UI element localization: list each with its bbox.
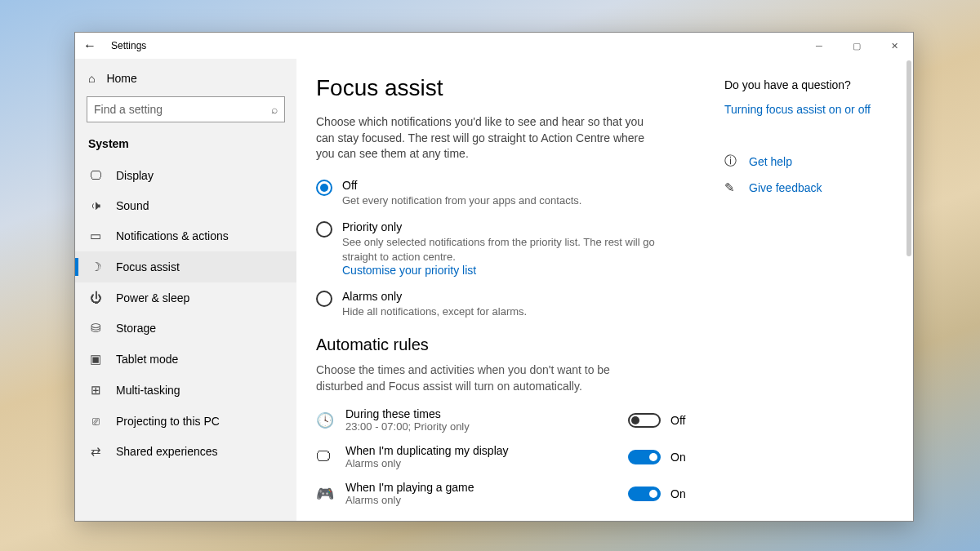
power-icon: ⏻ [88, 291, 103, 304]
rule-title: During these times [345, 407, 628, 420]
sidebar-item-label: Multi-tasking [116, 384, 180, 397]
rule-subtext: Alarms only [345, 494, 628, 506]
home-nav[interactable]: ⌂ Home [75, 65, 296, 93]
main-content: Focus assist Choose which notifications … [316, 75, 692, 521]
home-icon: ⌂ [88, 72, 95, 85]
rule-duplicating-display[interactable]: 🖵 When I'm duplicating my display Alarms… [316, 444, 692, 469]
sidebar-item-label: Projecting to this PC [116, 415, 220, 428]
toggle-playing-game[interactable] [628, 487, 661, 501]
home-label: Home [106, 72, 136, 85]
storage-icon: ⛁ [88, 321, 103, 335]
rule-title: When I'm duplicating my display [345, 444, 628, 457]
sidebar-item-multi-tasking[interactable]: ⊞ Multi-tasking [75, 375, 296, 406]
tablet-icon: ▣ [88, 352, 103, 367]
radio-subtext: Hide all notifications, except for alarm… [342, 304, 527, 319]
radio-alarms-only[interactable]: Alarms only Hide all notifications, exce… [316, 290, 692, 319]
radio-button-icon [316, 221, 332, 238]
sidebar-item-projecting[interactable]: ⎚ Projecting to this PC [75, 406, 296, 436]
rule-during-times[interactable]: 🕓 During these times 23:00 - 07:00; Prio… [316, 407, 692, 433]
radio-label: Alarms only [342, 290, 527, 303]
sidebar-item-label: Display [116, 169, 154, 182]
focus-assist-icon: ☽ [88, 260, 103, 274]
rules-heading: Automatic rules [316, 335, 692, 354]
sidebar-item-label: Notifications & actions [116, 229, 229, 242]
rules-description: Choose the times and activities when you… [316, 362, 643, 394]
toggle-state: On [670, 487, 692, 500]
sidebar-item-tablet-mode[interactable]: ▣ Tablet mode [75, 344, 296, 375]
scrollbar[interactable] [900, 59, 913, 521]
toggle-duplicating-display[interactable] [628, 450, 661, 464]
sidebar-item-display[interactable]: 🖵 Display [75, 160, 296, 190]
search-icon: ⌕ [271, 103, 278, 116]
multitasking-icon: ⊞ [88, 383, 103, 398]
rule-playing-game[interactable]: 🎮 When I'm playing a game Alarms only On [316, 481, 692, 506]
rule-subtext: Alarms only [345, 457, 628, 469]
notifications-icon: ▭ [88, 229, 103, 243]
sidebar-item-label: Tablet mode [116, 353, 178, 366]
sound-icon: 🕩 [88, 198, 103, 212]
display-icon: 🖵 [88, 168, 103, 182]
sidebar-item-power-sleep[interactable]: ⏻ Power & sleep [75, 282, 296, 313]
sidebar-item-notifications[interactable]: ▭ Notifications & actions [75, 220, 296, 251]
page-description: Choose which notifications you'd like to… [316, 114, 659, 162]
give-feedback-label: Give feedback [749, 181, 822, 194]
radio-button-icon [316, 180, 332, 196]
get-help-label: Get help [749, 155, 792, 168]
give-feedback-link[interactable]: ✎ Give feedback [724, 180, 871, 195]
radio-subtext: Get every notification from your apps an… [342, 193, 581, 208]
sidebar-item-label: Power & sleep [116, 291, 189, 304]
scrollbar-thumb[interactable] [906, 60, 911, 256]
radio-subtext: See only selected notifications from the… [342, 235, 692, 264]
rule-subtext: 23:00 - 07:00; Priority only [345, 420, 628, 433]
shared-icon: ⇄ [88, 444, 103, 459]
search-placeholder: Find a setting [94, 103, 163, 116]
section-label: System [75, 132, 296, 160]
monitor-icon: 🖵 [316, 448, 337, 465]
radio-priority-only[interactable]: Priority only See only selected notifica… [316, 220, 692, 277]
game-icon: 🎮 [316, 485, 337, 503]
rule-title: When I'm playing a game [345, 481, 628, 494]
radio-label: Off [342, 179, 581, 192]
toggle-during-times[interactable] [628, 413, 661, 428]
sidebar-item-label: Storage [116, 322, 156, 335]
customise-priority-link[interactable]: Customise your priority list [342, 264, 692, 277]
back-button[interactable]: ← [83, 38, 96, 53]
titlebar: ← Settings ─ ▢ ✕ [75, 33, 913, 59]
sidebar-item-sound[interactable]: 🕩 Sound [75, 190, 296, 220]
radio-off[interactable]: Off Get every notification from your app… [316, 179, 692, 208]
aside-panel: Do you have a question? Turning focus as… [724, 75, 871, 521]
feedback-icon: ✎ [724, 180, 739, 195]
help-topic-link[interactable]: Turning focus assist on or off [724, 103, 871, 116]
sidebar-item-label: Focus assist [116, 260, 180, 273]
sidebar-item-label: Shared experiences [116, 445, 218, 458]
radio-label: Priority only [342, 220, 692, 233]
toggle-state: Off [670, 414, 692, 427]
close-button[interactable]: ✕ [875, 33, 913, 59]
radio-button-icon [316, 291, 332, 307]
get-help-icon: ⓘ [724, 153, 739, 169]
settings-window: ← Settings ─ ▢ ✕ ⌂ Home Find a setting ⌕… [74, 32, 914, 522]
window-title: Settings [111, 40, 146, 51]
sidebar-item-focus-assist[interactable]: ☽ Focus assist [75, 251, 296, 282]
get-help-link[interactable]: ⓘ Get help [724, 153, 871, 169]
sidebar-item-label: Sound [116, 199, 149, 212]
question-label: Do you have a question? [724, 78, 871, 91]
sidebar-item-storage[interactable]: ⛁ Storage [75, 313, 296, 344]
projecting-icon: ⎚ [88, 414, 103, 428]
page-heading: Focus assist [316, 75, 692, 101]
minimize-button[interactable]: ─ [800, 33, 838, 59]
sidebar: ⌂ Home Find a setting ⌕ System 🖵 Display… [75, 59, 296, 521]
maximize-button[interactable]: ▢ [838, 33, 875, 59]
sidebar-item-shared-experiences[interactable]: ⇄ Shared experiences [75, 436, 296, 467]
toggle-state: On [670, 451, 692, 464]
clock-icon: 🕓 [316, 411, 337, 429]
search-input[interactable]: Find a setting ⌕ [87, 96, 285, 122]
